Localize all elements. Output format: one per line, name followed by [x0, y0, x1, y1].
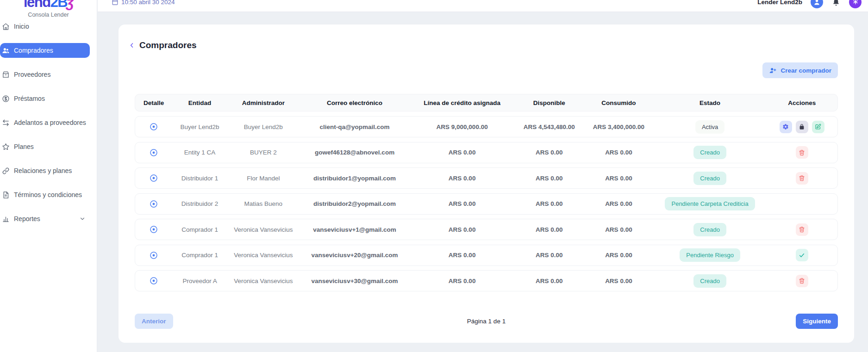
sidebar-item-label: Proveedores: [14, 71, 50, 78]
delete-button[interactable]: [796, 146, 808, 159]
status-badge: Creado: [693, 223, 726, 236]
administrador-cell: Matias Bueno: [227, 200, 300, 207]
sidebar-item-label: Reportes: [14, 215, 40, 222]
user-avatar-icon[interactable]: [811, 0, 823, 8]
lock-button[interactable]: [796, 121, 808, 133]
disponible-cell: ARS 0.00: [514, 226, 584, 233]
acciones-cell: [767, 146, 837, 159]
sidebar-item-label: Términos y condiciones: [14, 191, 82, 198]
detail-cell: [135, 148, 172, 157]
acciones-cell: [767, 172, 837, 185]
topbar: 10:50 abril 30 2024 Lender Lend2b: [98, 0, 868, 12]
sidebar-item-proveedores[interactable]: Proveedores: [0, 67, 97, 82]
detail-cell: [135, 174, 172, 182]
column-header: Detalle: [135, 99, 172, 106]
sidebar-item-terminos-y-condiciones[interactable]: Términos y condiciones: [0, 187, 97, 202]
view-detail-button[interactable]: [150, 277, 158, 285]
administrador-cell: BUYER 2: [227, 149, 300, 156]
store-icon: [2, 71, 10, 79]
disponible-cell: ARS 4,543,480.00: [514, 124, 584, 130]
column-header: Entidad: [172, 99, 227, 106]
sidebar-item-reportes[interactable]: Reportes: [0, 211, 97, 226]
column-header: Estado: [653, 99, 766, 106]
sidebar-item-label: Adelantos a proveedores: [14, 119, 86, 126]
view-detail-button[interactable]: [150, 174, 158, 182]
status-badge: Creado: [693, 274, 726, 288]
sidebar-item-label: Inicio: [14, 23, 29, 30]
estado-cell: Creado: [653, 223, 766, 236]
approve-button[interactable]: [796, 249, 808, 261]
view-detail-button[interactable]: [150, 225, 158, 234]
sidebar-item-compradores[interactable]: Compradores: [0, 43, 90, 58]
brand-logo-flourish: ʒ: [66, 0, 73, 10]
acciones-cell: [767, 223, 837, 236]
back-button[interactable]: [129, 41, 135, 49]
sidebar-nav: InicioCompradoresProveedoresPréstamosAde…: [0, 19, 97, 226]
view-detail-button[interactable]: [150, 123, 158, 131]
datetime-text: 10:50 abril 30 2024: [121, 0, 175, 6]
row-actions: [767, 275, 837, 287]
consumido-cell: ARS 3,400,000.00: [584, 124, 653, 130]
estado-cell: Creado: [653, 274, 766, 288]
administrador-cell: Buyer Lend2b: [227, 124, 300, 130]
column-header: Administrador: [227, 99, 300, 106]
administrador-cell: Veronica Vansevicius: [227, 278, 300, 284]
delete-button[interactable]: [796, 172, 808, 185]
user-plus-icon: [769, 67, 777, 74]
disponible-cell: ARS 0.00: [514, 252, 584, 259]
sidebar-item-adelantos-a-proveedores[interactable]: Adelantos a proveedores: [0, 115, 97, 130]
table-body: Buyer Lend2bBuyer Lend2bclient-qa@yopmai…: [135, 116, 838, 291]
topbar-inner: 10:50 abril 30 2024 Lender Lend2b: [98, 0, 868, 10]
table-row: Comprador 1Veronica Vanseviciusvansevici…: [135, 219, 838, 240]
create-comprador-label: Crear comprador: [781, 67, 831, 74]
linea-credito-cell: ARS 0.00: [410, 149, 514, 156]
bell-icon[interactable]: [831, 0, 841, 6]
row-actions: [767, 121, 837, 133]
consumido-cell: ARS 0.00: [584, 226, 653, 233]
column-header: Disponible: [514, 99, 584, 106]
entidad-cell: Distribuidor 2: [172, 200, 227, 207]
table-row: Entity 1 CABUYER 2gowef46128@abnovel.com…: [135, 142, 838, 163]
acciones-cell: [767, 249, 837, 261]
status-badge: Pendiente Carpeta Crediticia: [665, 197, 755, 210]
settings-button[interactable]: [780, 121, 792, 133]
link-icon: [2, 167, 10, 175]
column-header: Consumido: [584, 99, 653, 106]
row-actions: [767, 146, 837, 159]
sidebar-item-inicio[interactable]: Inicio: [0, 19, 97, 34]
asterisk-badge-icon[interactable]: [849, 0, 862, 8]
brand-subtitle: Consola Lender: [0, 12, 97, 18]
consumido-cell: ARS 0.00: [584, 278, 653, 284]
disponible-cell: ARS 0.00: [514, 200, 584, 207]
administrador-cell: Veronica Vansevicius: [227, 252, 300, 259]
create-comprador-button[interactable]: Crear comprador: [762, 62, 838, 78]
sidebar-item-planes[interactable]: Planes: [0, 139, 97, 154]
correo-cell: client-qa@yopmail.com: [300, 124, 410, 130]
linea-credito-cell: ARS 0.00: [410, 175, 514, 182]
sidebar-item-label: Préstamos: [14, 95, 45, 102]
administrador-cell: Flor Mandel: [227, 175, 300, 182]
sidebar-item-relaciones-y-planes[interactable]: Relaciones y planes: [0, 163, 97, 178]
view-detail-button[interactable]: [150, 251, 158, 259]
entidad-cell: Proveedor A: [172, 278, 227, 284]
correo-cell: vanseviciusv+30@gmail.com: [300, 278, 410, 284]
entidad-cell: Comprador 1: [172, 252, 227, 259]
view-detail-button[interactable]: [150, 148, 158, 157]
consumido-cell: ARS 0.00: [584, 175, 653, 182]
status-badge: Creado: [693, 146, 726, 159]
table-row: Buyer Lend2bBuyer Lend2bclient-qa@yopmai…: [135, 116, 838, 137]
view-detail-button[interactable]: [150, 200, 158, 208]
status-badge: Creado: [693, 172, 726, 185]
delete-button[interactable]: [796, 223, 808, 236]
previous-page-button[interactable]: Anterior: [135, 314, 173, 329]
sidebar-item-prestamos[interactable]: Préstamos: [0, 91, 97, 106]
brand-logo-part2: 2B: [50, 0, 68, 10]
administrador-cell: Veronica Vansevicius: [227, 226, 300, 233]
linea-credito-cell: ARS 9,000,000.00: [410, 124, 514, 130]
correo-cell: distribuidor1@yopmail.com: [300, 175, 410, 182]
delete-button[interactable]: [796, 275, 808, 287]
detail-cell: [135, 123, 172, 131]
topbar-actions: Lender Lend2b: [757, 0, 862, 8]
next-page-button[interactable]: Siguiente: [796, 314, 838, 329]
edit-button[interactable]: [812, 121, 824, 133]
